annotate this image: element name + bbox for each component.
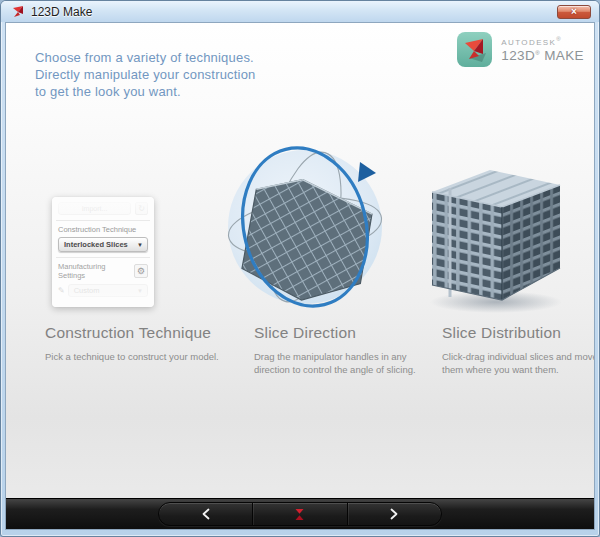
manipulator-arrow-icon	[358, 162, 376, 182]
app-logo-icon	[11, 5, 25, 19]
lattice-cube	[432, 170, 560, 300]
bottom-navbar	[6, 498, 594, 529]
settings-panel-mockup: Import... ↻ Construction Technique Inter…	[52, 197, 154, 307]
chevron-down-icon: ▼	[137, 288, 143, 294]
mock-import-button: Import...	[58, 202, 131, 215]
titlebar[interactable]: 123D Make ×	[1, 1, 599, 22]
content-area: Choose from a variety of techniques. Dir…	[5, 22, 595, 530]
mock-divider	[56, 257, 150, 258]
brand-product: 123D® MAKE	[501, 48, 584, 63]
forward-button[interactable]	[347, 503, 441, 525]
mock-divider	[56, 220, 150, 221]
mock-custom-value: Custom	[74, 286, 137, 295]
caption-description: Click-drag individual slices and move th…	[442, 350, 595, 376]
caption-description: Drag the manipulator handles in any dire…	[254, 350, 422, 376]
intro-text: Choose from a variety of techniques. Dir…	[35, 49, 256, 100]
caption-title: Slice Distribution	[442, 324, 595, 342]
slice-direction-illustration	[217, 130, 395, 328]
caption-title: Slice Direction	[254, 324, 422, 342]
mock-technique-dropdown: Interlocked Slices ▼	[58, 237, 148, 252]
chevron-right-icon	[389, 508, 399, 520]
home-button[interactable]	[252, 503, 346, 525]
mock-custom-row: ✎ Custom ▼	[58, 284, 148, 297]
refresh-icon: ↻	[135, 202, 148, 215]
intro-line-3: to get the look you want.	[35, 83, 256, 100]
pencil-icon: ✎	[58, 286, 65, 295]
chevron-left-icon	[201, 508, 211, 520]
mock-import-row: Import... ↻	[58, 202, 148, 215]
brand-text: AUTODESK® 123D® MAKE	[501, 36, 584, 63]
nav-button-group	[158, 502, 442, 526]
gear-icon: ⚙	[134, 264, 148, 278]
brand-block: AUTODESK® 123D® MAKE	[456, 31, 584, 68]
mock-technique-value: Interlocked Slices	[64, 240, 137, 249]
chevron-down-icon: ▼	[137, 242, 143, 248]
mock-manufacturing-row: Manufacturing Settings ⚙	[58, 262, 148, 280]
brand-company: AUTODESK®	[501, 36, 584, 47]
app-window: 123D Make × Choose from a variety of tec…	[0, 0, 600, 537]
caption-title: Construction Technique	[45, 324, 235, 342]
intro-line-2: Directly manipulate your construction	[35, 66, 256, 83]
caption-slice-distribution: Slice Distribution Click-drag individual…	[442, 324, 595, 376]
mock-custom-dropdown: Custom ▼	[68, 284, 148, 297]
back-button[interactable]	[159, 503, 252, 525]
caption-description: Pick a technique to construct your model…	[45, 350, 235, 363]
mock-construction-label: Construction Technique	[58, 225, 148, 234]
slice-distribution-illustration	[410, 150, 580, 322]
123d-make-logo-icon	[456, 31, 493, 68]
mock-manufacturing-label: Manufacturing Settings	[58, 262, 134, 280]
window-title: 123D Make	[31, 5, 92, 19]
make-logo-icon	[294, 508, 305, 521]
close-button[interactable]: ×	[557, 5, 591, 19]
intro-line-1: Choose from a variety of techniques.	[35, 49, 256, 66]
caption-construction-technique: Construction Technique Pick a technique …	[45, 324, 235, 363]
caption-slice-direction: Slice Direction Drag the manipulator han…	[254, 324, 422, 376]
